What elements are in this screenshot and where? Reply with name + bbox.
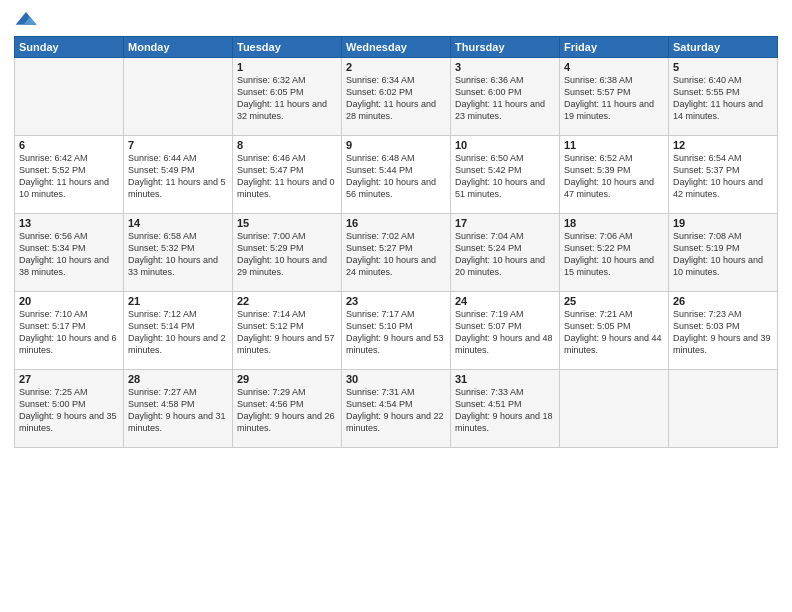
calendar-page: SundayMondayTuesdayWednesdayThursdayFrid… <box>0 0 792 612</box>
day-info: Sunrise: 7:23 AMSunset: 5:03 PMDaylight:… <box>673 308 773 357</box>
calendar-cell: 15Sunrise: 7:00 AMSunset: 5:29 PMDayligh… <box>233 214 342 292</box>
day-number: 3 <box>455 61 555 73</box>
day-number: 8 <box>237 139 337 151</box>
day-info: Sunrise: 7:19 AMSunset: 5:07 PMDaylight:… <box>455 308 555 357</box>
calendar-cell: 29Sunrise: 7:29 AMSunset: 4:56 PMDayligh… <box>233 370 342 448</box>
calendar-cell: 14Sunrise: 6:58 AMSunset: 5:32 PMDayligh… <box>124 214 233 292</box>
week-row-4: 20Sunrise: 7:10 AMSunset: 5:17 PMDayligh… <box>15 292 778 370</box>
calendar-cell: 17Sunrise: 7:04 AMSunset: 5:24 PMDayligh… <box>451 214 560 292</box>
day-info: Sunrise: 6:50 AMSunset: 5:42 PMDaylight:… <box>455 152 555 201</box>
logo-icon <box>14 10 38 30</box>
calendar-cell: 21Sunrise: 7:12 AMSunset: 5:14 PMDayligh… <box>124 292 233 370</box>
calendar-cell: 5Sunrise: 6:40 AMSunset: 5:55 PMDaylight… <box>669 58 778 136</box>
day-info: Sunrise: 7:06 AMSunset: 5:22 PMDaylight:… <box>564 230 664 279</box>
day-header-friday: Friday <box>560 37 669 58</box>
day-number: 17 <box>455 217 555 229</box>
day-info: Sunrise: 7:31 AMSunset: 4:54 PMDaylight:… <box>346 386 446 435</box>
calendar-cell: 6Sunrise: 6:42 AMSunset: 5:52 PMDaylight… <box>15 136 124 214</box>
day-number: 4 <box>564 61 664 73</box>
day-info: Sunrise: 7:29 AMSunset: 4:56 PMDaylight:… <box>237 386 337 435</box>
day-header-thursday: Thursday <box>451 37 560 58</box>
day-info: Sunrise: 7:12 AMSunset: 5:14 PMDaylight:… <box>128 308 228 357</box>
day-info: Sunrise: 7:08 AMSunset: 5:19 PMDaylight:… <box>673 230 773 279</box>
day-number: 30 <box>346 373 446 385</box>
calendar-cell: 30Sunrise: 7:31 AMSunset: 4:54 PMDayligh… <box>342 370 451 448</box>
day-info: Sunrise: 7:00 AMSunset: 5:29 PMDaylight:… <box>237 230 337 279</box>
calendar-cell: 8Sunrise: 6:46 AMSunset: 5:47 PMDaylight… <box>233 136 342 214</box>
calendar-cell <box>124 58 233 136</box>
calendar-cell: 1Sunrise: 6:32 AMSunset: 6:05 PMDaylight… <box>233 58 342 136</box>
calendar-cell: 31Sunrise: 7:33 AMSunset: 4:51 PMDayligh… <box>451 370 560 448</box>
calendar-cell: 4Sunrise: 6:38 AMSunset: 5:57 PMDaylight… <box>560 58 669 136</box>
day-number: 25 <box>564 295 664 307</box>
day-number: 6 <box>19 139 119 151</box>
calendar-cell <box>560 370 669 448</box>
day-info: Sunrise: 6:44 AMSunset: 5:49 PMDaylight:… <box>128 152 228 201</box>
week-row-2: 6Sunrise: 6:42 AMSunset: 5:52 PMDaylight… <box>15 136 778 214</box>
day-info: Sunrise: 6:42 AMSunset: 5:52 PMDaylight:… <box>19 152 119 201</box>
calendar-cell: 16Sunrise: 7:02 AMSunset: 5:27 PMDayligh… <box>342 214 451 292</box>
day-number: 12 <box>673 139 773 151</box>
day-info: Sunrise: 6:38 AMSunset: 5:57 PMDaylight:… <box>564 74 664 123</box>
day-info: Sunrise: 7:21 AMSunset: 5:05 PMDaylight:… <box>564 308 664 357</box>
calendar-cell: 10Sunrise: 6:50 AMSunset: 5:42 PMDayligh… <box>451 136 560 214</box>
day-header-sunday: Sunday <box>15 37 124 58</box>
calendar-cell: 9Sunrise: 6:48 AMSunset: 5:44 PMDaylight… <box>342 136 451 214</box>
day-info: Sunrise: 7:04 AMSunset: 5:24 PMDaylight:… <box>455 230 555 279</box>
day-number: 18 <box>564 217 664 229</box>
header <box>14 10 778 30</box>
day-number: 14 <box>128 217 228 229</box>
day-number: 16 <box>346 217 446 229</box>
day-number: 5 <box>673 61 773 73</box>
calendar-cell: 23Sunrise: 7:17 AMSunset: 5:10 PMDayligh… <box>342 292 451 370</box>
calendar-cell: 18Sunrise: 7:06 AMSunset: 5:22 PMDayligh… <box>560 214 669 292</box>
calendar-table: SundayMondayTuesdayWednesdayThursdayFrid… <box>14 36 778 448</box>
day-info: Sunrise: 7:14 AMSunset: 5:12 PMDaylight:… <box>237 308 337 357</box>
day-header-tuesday: Tuesday <box>233 37 342 58</box>
calendar-cell: 27Sunrise: 7:25 AMSunset: 5:00 PMDayligh… <box>15 370 124 448</box>
calendar-cell: 19Sunrise: 7:08 AMSunset: 5:19 PMDayligh… <box>669 214 778 292</box>
calendar-cell: 28Sunrise: 7:27 AMSunset: 4:58 PMDayligh… <box>124 370 233 448</box>
calendar-cell: 25Sunrise: 7:21 AMSunset: 5:05 PMDayligh… <box>560 292 669 370</box>
calendar-cell: 7Sunrise: 6:44 AMSunset: 5:49 PMDaylight… <box>124 136 233 214</box>
day-info: Sunrise: 7:10 AMSunset: 5:17 PMDaylight:… <box>19 308 119 357</box>
day-info: Sunrise: 6:34 AMSunset: 6:02 PMDaylight:… <box>346 74 446 123</box>
day-header-monday: Monday <box>124 37 233 58</box>
calendar-cell <box>669 370 778 448</box>
day-number: 27 <box>19 373 119 385</box>
calendar-cell: 11Sunrise: 6:52 AMSunset: 5:39 PMDayligh… <box>560 136 669 214</box>
day-number: 1 <box>237 61 337 73</box>
day-info: Sunrise: 7:33 AMSunset: 4:51 PMDaylight:… <box>455 386 555 435</box>
day-info: Sunrise: 6:52 AMSunset: 5:39 PMDaylight:… <box>564 152 664 201</box>
day-number: 28 <box>128 373 228 385</box>
day-header-wednesday: Wednesday <box>342 37 451 58</box>
day-number: 9 <box>346 139 446 151</box>
day-number: 24 <box>455 295 555 307</box>
day-info: Sunrise: 6:56 AMSunset: 5:34 PMDaylight:… <box>19 230 119 279</box>
day-info: Sunrise: 6:40 AMSunset: 5:55 PMDaylight:… <box>673 74 773 123</box>
day-number: 31 <box>455 373 555 385</box>
calendar-cell: 3Sunrise: 6:36 AMSunset: 6:00 PMDaylight… <box>451 58 560 136</box>
week-row-1: 1Sunrise: 6:32 AMSunset: 6:05 PMDaylight… <box>15 58 778 136</box>
day-info: Sunrise: 7:17 AMSunset: 5:10 PMDaylight:… <box>346 308 446 357</box>
week-row-5: 27Sunrise: 7:25 AMSunset: 5:00 PMDayligh… <box>15 370 778 448</box>
calendar-cell: 26Sunrise: 7:23 AMSunset: 5:03 PMDayligh… <box>669 292 778 370</box>
week-row-3: 13Sunrise: 6:56 AMSunset: 5:34 PMDayligh… <box>15 214 778 292</box>
logo <box>14 10 42 30</box>
day-number: 19 <box>673 217 773 229</box>
day-number: 22 <box>237 295 337 307</box>
calendar-cell: 13Sunrise: 6:56 AMSunset: 5:34 PMDayligh… <box>15 214 124 292</box>
day-number: 29 <box>237 373 337 385</box>
day-info: Sunrise: 7:25 AMSunset: 5:00 PMDaylight:… <box>19 386 119 435</box>
calendar-cell: 22Sunrise: 7:14 AMSunset: 5:12 PMDayligh… <box>233 292 342 370</box>
day-info: Sunrise: 6:54 AMSunset: 5:37 PMDaylight:… <box>673 152 773 201</box>
day-number: 26 <box>673 295 773 307</box>
day-number: 10 <box>455 139 555 151</box>
day-number: 7 <box>128 139 228 151</box>
day-header-saturday: Saturday <box>669 37 778 58</box>
day-number: 2 <box>346 61 446 73</box>
day-number: 20 <box>19 295 119 307</box>
day-number: 21 <box>128 295 228 307</box>
day-info: Sunrise: 6:58 AMSunset: 5:32 PMDaylight:… <box>128 230 228 279</box>
calendar-cell: 12Sunrise: 6:54 AMSunset: 5:37 PMDayligh… <box>669 136 778 214</box>
